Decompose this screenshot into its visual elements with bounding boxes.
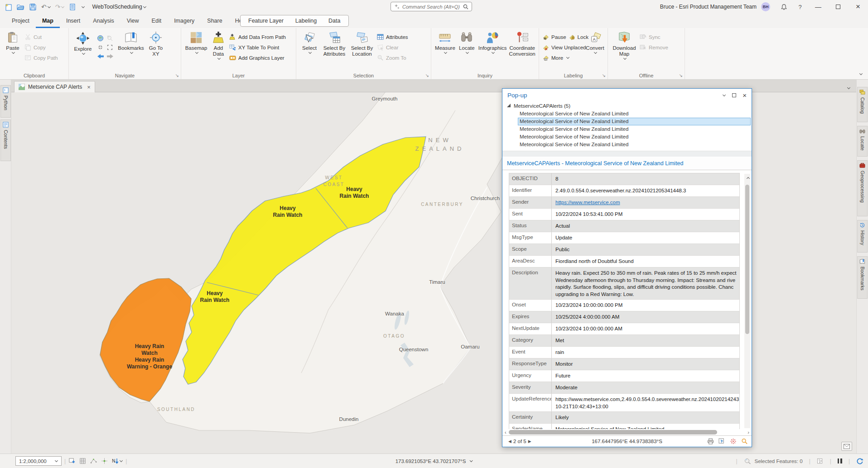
- zoom-to-feature-icon[interactable]: [741, 438, 748, 444]
- add-data-button[interactable]: Add Data: [209, 29, 228, 60]
- popup-feature-item[interactable]: Meteorological Service of New Zealand Li…: [518, 141, 751, 148]
- pointer-coordinates[interactable]: 173.6921053°E 43.7021707°S: [395, 458, 473, 464]
- undo-button[interactable]: ↶: [41, 3, 51, 10]
- zoom-to-selected-icon[interactable]: [744, 458, 751, 464]
- account-name[interactable]: Bruce - Esri Product Management Team: [660, 4, 757, 10]
- new-layout-icon[interactable]: [68, 458, 75, 464]
- hidden-tabs-chevron[interactable]: [846, 83, 850, 91]
- vertical-scroll-thumb[interactable]: [745, 185, 749, 334]
- zoom-to-selection-button[interactable]: Zoom To: [376, 53, 410, 63]
- view-unplaced-button[interactable]: View Unplaced: [541, 42, 585, 53]
- north-arrow-icon[interactable]: N: [112, 458, 123, 464]
- edit-vertices-icon[interactable]: [90, 458, 97, 464]
- offline-dialog-launcher-icon[interactable]: ↘: [679, 73, 683, 78]
- clear-selected-icon[interactable]: [817, 458, 824, 464]
- explore-button[interactable]: Explore: [71, 29, 95, 55]
- redo-button[interactable]: ↷: [55, 3, 65, 10]
- avatar[interactable]: BH: [761, 2, 770, 11]
- panel-tab-history[interactable]: History: [857, 220, 868, 253]
- measure-button[interactable]: Measure: [434, 29, 457, 54]
- zoom-to-selection-icon[interactable]: [106, 35, 113, 42]
- customize-qat-chevron[interactable]: [81, 5, 85, 9]
- basemap-button[interactable]: Basemap: [183, 29, 209, 54]
- popup-close-icon[interactable]: ×: [743, 91, 747, 99]
- sync-button[interactable]: Sync: [638, 32, 670, 42]
- scroll-right-icon[interactable]: ›: [747, 430, 749, 435]
- locate-button[interactable]: Locate: [457, 29, 477, 54]
- contextual-tab-labeling[interactable]: Labeling: [289, 18, 323, 24]
- previous-feature-icon[interactable]: ◀: [508, 439, 511, 444]
- copy-path-button[interactable]: Copy Path: [23, 53, 59, 63]
- print-icon[interactable]: [707, 438, 714, 444]
- contextual-tab-feature-layer[interactable]: Feature Layer: [242, 18, 289, 24]
- open-project-icon[interactable]: [17, 3, 24, 11]
- menu-tab-map[interactable]: Map: [36, 14, 60, 28]
- close-view-icon[interactable]: ×: [87, 84, 91, 91]
- menu-tab-imagery[interactable]: Imagery: [168, 14, 201, 28]
- flash-feature-icon[interactable]: [730, 438, 737, 444]
- snapping-icon[interactable]: [101, 458, 108, 464]
- convert-labels-button[interactable]: A Convert: [585, 29, 605, 54]
- select-by-location-button[interactable]: Select By Location: [348, 29, 376, 57]
- popup-feature-item[interactable]: Meteorological Service of New Zealand Li…: [518, 118, 751, 125]
- labeling-more-button[interactable]: More: [541, 53, 585, 63]
- menu-tab-project[interactable]: Project: [5, 14, 36, 28]
- notifications-bell-icon[interactable]: [776, 0, 792, 14]
- close-button[interactable]: ×: [848, 0, 868, 14]
- popup-maximize-icon[interactable]: [732, 93, 736, 97]
- popup-horizontal-scrollbar[interactable]: ‹ ›: [502, 429, 752, 435]
- grid-icon[interactable]: [79, 458, 86, 464]
- pause-drawing-icon[interactable]: [838, 458, 842, 463]
- panel-tab-python[interactable]: Python: [0, 85, 11, 118]
- attributes-button[interactable]: Attributes: [376, 32, 410, 42]
- project-name[interactable]: WebToolScheduling: [92, 4, 146, 10]
- infographics-button[interactable]: Infographics: [477, 29, 508, 54]
- add-data-from-path-button[interactable]: Add Data From Path: [228, 32, 287, 42]
- menu-tab-analysis[interactable]: Analysis: [87, 14, 121, 28]
- selection-dialog-launcher-icon[interactable]: ↘: [425, 73, 429, 78]
- minimize-button[interactable]: —: [808, 0, 828, 14]
- next-extent-icon[interactable]: [106, 53, 114, 59]
- collapse-ribbon-chevron[interactable]: [858, 69, 863, 77]
- field-value[interactable]: https://www.metservice.com: [552, 197, 739, 208]
- labeling-dialog-launcher-icon[interactable]: ↘: [602, 73, 606, 78]
- help-icon[interactable]: ?: [792, 0, 808, 14]
- coordinate-conversion-button[interactable]: Coordinate Conversion: [508, 29, 536, 57]
- maximize-button[interactable]: [828, 0, 848, 14]
- contextual-tab-data[interactable]: Data: [323, 18, 346, 24]
- popup-feature-item[interactable]: Meteorological Service of New Zealand Li…: [518, 110, 751, 118]
- selection-mode-icon[interactable]: [719, 438, 725, 444]
- navigate-dialog-launcher-icon[interactable]: ↘: [175, 73, 179, 78]
- refresh-map-icon[interactable]: [856, 458, 863, 464]
- map-scale-select[interactable]: 1:2,000,000: [15, 456, 62, 466]
- download-map-button[interactable]: Download Map: [610, 29, 638, 60]
- menu-tab-share[interactable]: Share: [201, 14, 228, 28]
- add-graphics-layer-button[interactable]: Add Graphics Layer: [228, 53, 287, 63]
- popup-feature-item[interactable]: Meteorological Service of New Zealand Li…: [518, 125, 751, 133]
- popup-feature-item[interactable]: Meteorological Service of New Zealand Li…: [518, 133, 751, 141]
- paste-button[interactable]: Paste: [2, 29, 23, 54]
- remove-button[interactable]: Remove: [638, 42, 670, 53]
- labeling-pause-button[interactable]: Pause: [541, 32, 568, 42]
- select-button[interactable]: Select: [299, 29, 320, 54]
- save-project-icon[interactable]: [29, 3, 37, 11]
- popup-layer-group[interactable]: MetserviceCAPAlerts (5): [502, 102, 752, 110]
- panel-tab-locate[interactable]: Locate: [857, 126, 868, 157]
- tasks-icon[interactable]: [69, 3, 76, 11]
- previous-extent-icon[interactable]: [97, 53, 104, 59]
- new-project-icon[interactable]: [5, 3, 12, 11]
- popup-menu-chevron-icon[interactable]: [722, 94, 726, 97]
- copy-button[interactable]: Copy: [23, 42, 59, 53]
- xy-table-to-point-button[interactable]: XY Table To Point: [228, 42, 287, 53]
- go-to-xy-button[interactable]: Go To XY: [146, 29, 165, 57]
- menu-tab-insert[interactable]: Insert: [60, 14, 87, 28]
- full-extent-icon[interactable]: [97, 35, 104, 42]
- horizontal-scroll-thumb[interactable]: [509, 430, 717, 435]
- fixed-zoom-in-icon[interactable]: [97, 44, 104, 51]
- panel-tab-contents[interactable]: Contents: [0, 119, 11, 161]
- fixed-zoom-out-icon[interactable]: [106, 44, 113, 51]
- map-notification-icon[interactable]: [841, 442, 852, 451]
- select-by-attributes-button[interactable]: Select By Attributes: [320, 29, 348, 57]
- cut-button[interactable]: Cut: [23, 32, 59, 42]
- scroll-left-icon[interactable]: ‹: [505, 430, 506, 435]
